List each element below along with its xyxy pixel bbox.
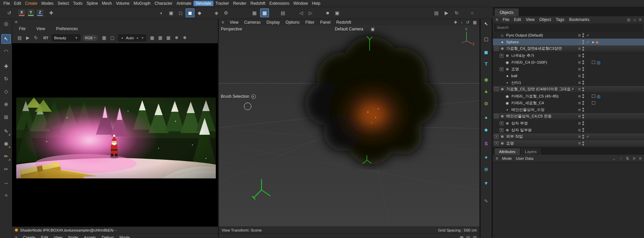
object-label[interactable]: 외부 작업: [506, 134, 523, 139]
visibility-dots[interactable]: [582, 33, 584, 37]
tree-row[interactable]: −⊕가로형_C4_장면&세로형C3장면: [493, 45, 644, 52]
type-manager-icon[interactable]: T: [481, 59, 491, 69]
camera-name-label[interactable]: Default Camera: [335, 27, 363, 31]
render-menu-item-file[interactable]: File: [17, 26, 27, 31]
live-selection-tool[interactable]: ↖: [1, 34, 11, 44]
menubar-item-mograph[interactable]: MoGraph: [131, 1, 152, 6]
rgb-channel-button[interactable]: RGB ▾: [82, 35, 98, 41]
viewport-menu-item-panel[interactable]: Panel: [320, 20, 331, 25]
grid-b-icon[interactable]: ▦: [164, 34, 172, 42]
viewport-canvas[interactable]: Perspective Default Camera ▣ Y X Brush S…: [219, 25, 479, 226]
menubar-item-animate[interactable]: Animate: [174, 1, 193, 6]
object-label[interactable]: 산타1: [511, 80, 521, 85]
pen-tool[interactable]: ✎: [1, 127, 11, 136]
simulate-scene-icon[interactable]: ◼: [186, 8, 194, 17]
visibility-dots[interactable]: [582, 87, 584, 91]
layer-chip[interactable]: [578, 34, 581, 37]
snap-grid-icon[interactable]: ▦: [250, 8, 259, 17]
expand-plus-icon[interactable]: +: [500, 67, 503, 71]
move-tool[interactable]: ✚: [1, 62, 11, 71]
material-manager-icon[interactable]: ●: [481, 152, 491, 162]
layer-chip[interactable]: [578, 61, 581, 64]
pass-dropdown[interactable]: Beauty ▼: [52, 35, 80, 41]
tree-row[interactable]: ●Sphere✓●◆: [493, 39, 644, 45]
user-data-button[interactable]: User Data: [516, 156, 534, 160]
menubar-item-render[interactable]: Render: [231, 1, 248, 6]
menu-icon[interactable]: ≡: [639, 156, 641, 161]
render-settings-icon[interactable]: ▣: [167, 8, 175, 17]
panel-menu-icon[interactable]: ≡: [15, 235, 17, 238]
expand-plus-icon[interactable]: +: [500, 122, 503, 125]
tree-row[interactable]: +⊕조명: [493, 66, 644, 72]
object-label[interactable]: 상자 밑부분: [511, 128, 532, 133]
menubar-item-window[interactable]: Window: [291, 1, 310, 6]
attr-tab-layers[interactable]: Layers: [521, 148, 541, 155]
visibility-dots[interactable]: [582, 135, 584, 139]
layout-a-icon[interactable]: ▦: [460, 235, 463, 238]
menubar-item-tracker[interactable]: Tracker: [213, 1, 231, 6]
workplane-icon[interactable]: ▤: [278, 8, 287, 17]
pyro-manager-icon[interactable]: ◉: [481, 74, 491, 85]
knife-tool[interactable]: ✂: [1, 165, 11, 174]
zoom-tool[interactable]: ◎: [1, 19, 11, 28]
layer-chip[interactable]: [578, 82, 581, 84]
menubar-item-volume[interactable]: Volume: [114, 1, 131, 6]
snowflake-b-icon[interactable]: ❄: [181, 34, 189, 42]
render-menu-item-preferences[interactable]: Preferences: [54, 26, 80, 31]
search-input[interactable]: Search: [494, 24, 643, 30]
layer-chip[interactable]: [578, 135, 581, 138]
axis-x-toggle[interactable]: X: [18, 9, 26, 17]
menubar-item-extensions[interactable]: Extensions: [267, 1, 291, 6]
render-menu-item-view[interactable]: View: [34, 26, 47, 31]
viewport-menu-item-cameras[interactable]: Cameras: [244, 20, 261, 25]
crop-icon[interactable]: ▢: [108, 34, 116, 42]
scale-tool[interactable]: ◇: [1, 87, 11, 96]
node-menu-item-view[interactable]: View: [54, 235, 63, 238]
tab-objects[interactable]: Objects: [495, 8, 519, 16]
object-label[interactable]: 조명: [506, 141, 514, 146]
snap-toggle-icon[interactable]: ○: [468, 8, 477, 17]
frame-tag-icon[interactable]: [592, 61, 595, 64]
checker-icon[interactable]: ▦: [100, 34, 108, 42]
attr-tab-attributes[interactable]: Attributes: [495, 148, 520, 155]
tree-row[interactable]: ◉카메라_C4 (0~150F)◎: [493, 59, 644, 66]
enabled-check-icon[interactable]: ✓: [586, 40, 590, 44]
gear-icon[interactable]: ⚙: [222, 8, 230, 17]
tree-row[interactable]: ♨Pyro Output (Default)✓: [493, 32, 644, 39]
layout-b-icon[interactable]: ▤: [466, 235, 470, 238]
visibility-dots[interactable]: [582, 114, 584, 118]
layer-chip[interactable]: [578, 68, 581, 70]
view-mode-label[interactable]: Perspective: [221, 27, 242, 31]
visibility-dots[interactable]: [582, 74, 584, 78]
nav-left-icon[interactable]: ◁: [297, 8, 306, 17]
object-label[interactable]: 가로형_C5_장면 (C4레이아웃 그대로 사용): [506, 87, 573, 92]
objects-menu-item-edit[interactable]: Edit: [514, 17, 521, 22]
history-icon[interactable]: ↺: [466, 20, 470, 25]
visibility-dots[interactable]: [582, 108, 584, 112]
tree-row[interactable]: +⊕조명: [493, 140, 644, 147]
tree-manager-icon[interactable]: ▲: [481, 86, 491, 96]
frame-tag-icon[interactable]: [592, 94, 595, 98]
layer-chip[interactable]: [578, 115, 581, 117]
object-label[interactable]: 가로형_C4_장면&세로형C3장면: [506, 46, 562, 51]
material-tag-icon[interactable]: ●: [592, 40, 594, 44]
chevron-down-icon[interactable]: ▾: [142, 36, 143, 40]
refresh-icon[interactable]: ↻: [32, 34, 40, 42]
stage-object-icon[interactable]: ▣: [333, 8, 341, 17]
step-right-icon[interactable]: ▸: [137, 36, 139, 40]
visibility-dots[interactable]: [582, 128, 584, 132]
expand-plus-icon[interactable]: +: [495, 142, 498, 145]
pen-manager-icon[interactable]: ✎: [481, 196, 491, 206]
sim-settings-icon[interactable]: ⚙: [481, 99, 491, 109]
object-label[interactable]: 카메라_세로형_C4: [511, 101, 544, 106]
animation-palette-icon[interactable]: ↻: [452, 8, 461, 17]
tree-row[interactable]: +⊕상자 뚜껑: [493, 120, 644, 127]
collapse-minus-icon[interactable]: −: [495, 47, 498, 50]
transform-tool[interactable]: ⊕: [1, 100, 11, 109]
mode-dropdown[interactable]: Mode: [502, 156, 512, 160]
lock-icon[interactable]: ▩: [148, 34, 156, 42]
camera-manager-icon[interactable]: ⊙: [481, 164, 491, 174]
layer-chip[interactable]: [578, 142, 581, 145]
panel-divider[interactable]: [218, 19, 219, 238]
tree-row[interactable]: ▪산타1: [493, 79, 644, 86]
